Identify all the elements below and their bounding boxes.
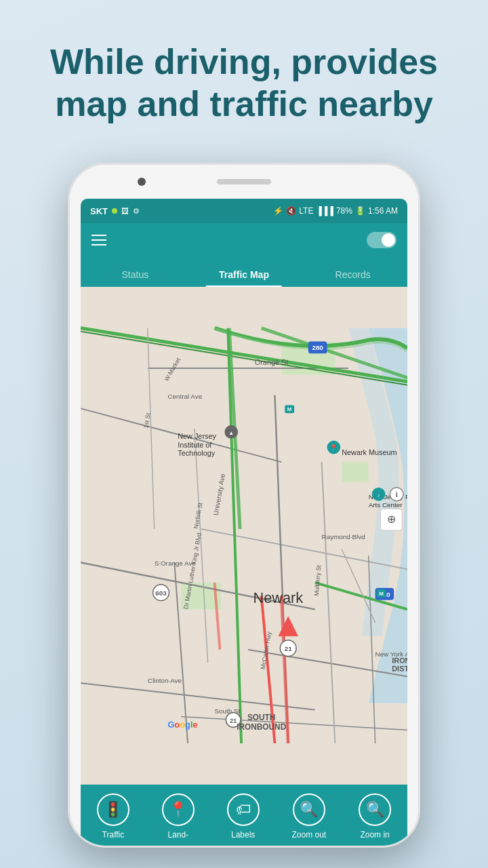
- svg-text:Google: Google: [167, 719, 197, 730]
- nav-traffic[interactable]: 🚦 Traffic: [97, 793, 129, 840]
- tab-bar: Status Traffic Map Records: [81, 257, 407, 287]
- settings-icon: ⚙: [133, 207, 140, 216]
- svg-rect-3: [342, 462, 369, 482]
- nav-landmark[interactable]: 📍 Land-: [162, 793, 195, 840]
- nav-labels-label: Labels: [231, 830, 255, 840]
- status-left: SKT 🖼 ⚙: [90, 206, 140, 216]
- svg-text:Clinton·Ave: Clinton·Ave: [148, 677, 182, 684]
- phone-screen: SKT 🖼 ⚙ ⚡ 🔇 LTE ▐▐▐ 78% 🔋 1:56 AM: [81, 199, 407, 846]
- traffic-icon: 🚦: [97, 793, 129, 826]
- status-right: ⚡ 🔇 LTE ▐▐▐ 78% 🔋 1:56 AM: [273, 206, 398, 216]
- svg-text:M: M: [287, 406, 292, 412]
- nav-zoom-in[interactable]: 🔍 Zoom in: [359, 793, 391, 840]
- toggle-switch[interactable]: [367, 232, 396, 248]
- network-bars: ▐▐▐: [316, 206, 333, 216]
- status-bar: SKT 🖼 ⚙ ⚡ 🔇 LTE ▐▐▐ 78% 🔋 1:56 AM: [81, 199, 407, 223]
- battery-icon: 🔋: [355, 206, 365, 216]
- time-label: 1:56 AM: [368, 206, 398, 216]
- svg-text:Newark Museum: Newark Museum: [342, 448, 396, 456]
- svg-text:IRONBOUND: IRONBOUND: [392, 656, 407, 665]
- svg-text:IRONBOUND: IRONBOUND: [237, 722, 286, 732]
- svg-text:⊕: ⊕: [387, 513, 396, 525]
- svg-text:603: 603: [155, 589, 167, 597]
- speaker: [217, 179, 271, 184]
- bottom-nav: 🚦 Traffic 📍 Land- 🏷 Labels 🔍 Zoom out 🔍 …: [81, 785, 407, 846]
- svg-text:▲: ▲: [228, 430, 234, 436]
- map-area[interactable]: Orange St Central Ave S·Orange Ave Raymo…: [81, 287, 407, 785]
- svg-text:Technology: Technology: [178, 449, 216, 457]
- battery-label: 78%: [336, 206, 352, 216]
- svg-text:📍: 📍: [329, 443, 338, 452]
- app-bar: [81, 223, 407, 257]
- nav-zoom-in-label: Zoom in: [360, 830, 389, 840]
- svg-text:M: M: [379, 591, 384, 597]
- svg-text:21: 21: [230, 717, 237, 724]
- phone-physical-top: [70, 165, 418, 199]
- camera-notch: [138, 178, 146, 186]
- zoom-out-icon: 🔍: [293, 793, 325, 826]
- nav-zoom-out-label: Zoom out: [292, 830, 327, 840]
- svg-text:DISTRICT: DISTRICT: [392, 665, 407, 673]
- hamburger-menu[interactable]: [92, 235, 106, 245]
- gps-indicator: [112, 208, 117, 214]
- svg-text:Central Ave: Central Ave: [167, 393, 202, 400]
- svg-text:Institute of: Institute of: [178, 441, 212, 449]
- nav-landmark-label: Land-: [167, 830, 188, 840]
- svg-text:21: 21: [285, 645, 292, 652]
- tab-traffic-map[interactable]: Traffic Map: [190, 269, 299, 287]
- bluetooth-icon: ⚡: [273, 206, 283, 216]
- signal-label: LTE: [299, 206, 313, 216]
- traffic-map-svg: Orange St Central Ave S·Orange Ave Raymo…: [81, 287, 407, 785]
- svg-text:i: i: [396, 490, 398, 498]
- tab-status[interactable]: Status: [81, 269, 190, 287]
- landmark-icon: 📍: [162, 793, 195, 826]
- mute-icon: 🔇: [286, 206, 296, 216]
- svg-text:Arts Center: Arts Center: [369, 501, 403, 509]
- carrier-label: SKT: [90, 206, 108, 216]
- image-icon: 🖼: [121, 207, 129, 215]
- svg-text:SOUTH: SOUTH: [247, 713, 275, 722]
- tab-records[interactable]: Records: [298, 269, 407, 287]
- phone-frame: SKT 🖼 ⚙ ⚡ 🔇 LTE ▐▐▐ 78% 🔋 1:56 AM: [68, 163, 420, 848]
- svg-text:Newark: Newark: [253, 589, 304, 606]
- nav-labels[interactable]: 🏷 Labels: [227, 793, 260, 840]
- svg-text:Orange St: Orange St: [255, 358, 289, 366]
- nav-zoom-out[interactable]: 🔍 Zoom out: [292, 793, 327, 840]
- zoom-in-icon: 🔍: [359, 793, 391, 826]
- nav-traffic-label: Traffic: [102, 830, 125, 840]
- svg-text:280: 280: [312, 344, 323, 351]
- svg-text:Raymond·Blvd: Raymond·Blvd: [322, 533, 365, 540]
- promo-header: While driving, provides map and traffic …: [0, 14, 488, 139]
- svg-text:♪: ♪: [378, 492, 380, 498]
- promo-title: While driving, provides map and traffic …: [27, 41, 461, 125]
- labels-icon: 🏷: [227, 793, 260, 826]
- svg-text:New Jersey: New Jersey: [178, 432, 216, 440]
